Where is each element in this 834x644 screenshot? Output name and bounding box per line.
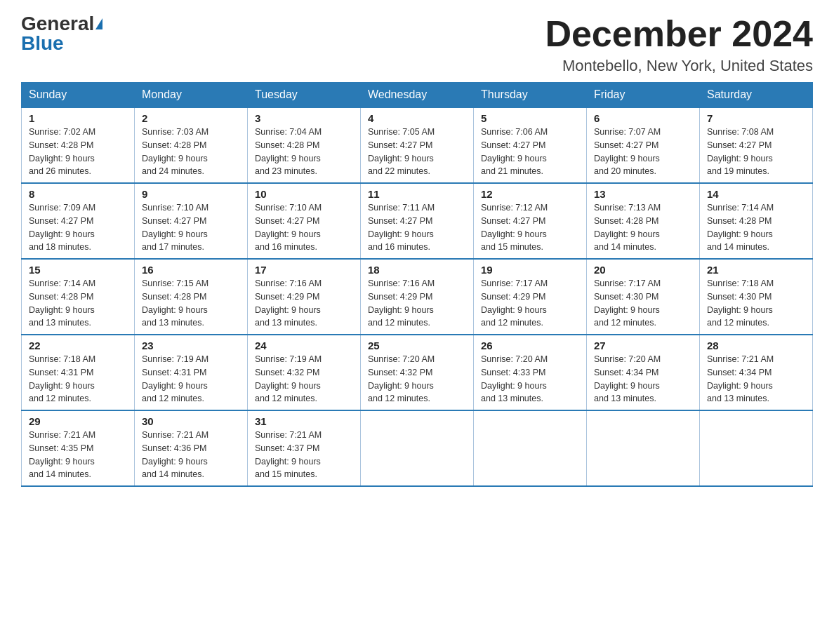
day-info: Sunrise: 7:15 AMSunset: 4:28 PMDaylight:… bbox=[142, 277, 240, 330]
calendar-cell: 10Sunrise: 7:10 AMSunset: 4:27 PMDayligh… bbox=[248, 183, 361, 259]
day-info: Sunrise: 7:06 AMSunset: 4:27 PMDaylight:… bbox=[481, 126, 579, 178]
calendar-cell: 31Sunrise: 7:21 AMSunset: 4:37 PMDayligh… bbox=[248, 410, 361, 486]
day-number: 29 bbox=[29, 415, 127, 427]
day-number: 17 bbox=[255, 264, 353, 276]
calendar-cell: 29Sunrise: 7:21 AMSunset: 4:35 PMDayligh… bbox=[22, 410, 135, 486]
day-info: Sunrise: 7:05 AMSunset: 4:27 PMDaylight:… bbox=[368, 126, 466, 178]
calendar-cell bbox=[474, 410, 587, 486]
day-info: Sunrise: 7:16 AMSunset: 4:29 PMDaylight:… bbox=[368, 277, 466, 330]
day-number: 14 bbox=[707, 188, 805, 200]
logo-triangle-icon bbox=[95, 18, 102, 29]
calendar-cell: 11Sunrise: 7:11 AMSunset: 4:27 PMDayligh… bbox=[361, 183, 474, 259]
calendar-cell: 19Sunrise: 7:17 AMSunset: 4:29 PMDayligh… bbox=[474, 259, 587, 335]
calendar-table: SundayMondayTuesdayWednesdayThursdayFrid… bbox=[21, 82, 813, 487]
day-info: Sunrise: 7:09 AMSunset: 4:27 PMDaylight:… bbox=[29, 201, 127, 254]
weekday-header-thursday: Thursday bbox=[474, 83, 587, 108]
day-info: Sunrise: 7:20 AMSunset: 4:33 PMDaylight:… bbox=[481, 353, 579, 405]
calendar-cell: 26Sunrise: 7:20 AMSunset: 4:33 PMDayligh… bbox=[474, 335, 587, 410]
day-info: Sunrise: 7:07 AMSunset: 4:27 PMDaylight:… bbox=[594, 126, 692, 178]
weekday-header-saturday: Saturday bbox=[700, 83, 813, 108]
calendar-cell: 1Sunrise: 7:02 AMSunset: 4:28 PMDaylight… bbox=[22, 107, 135, 183]
day-info: Sunrise: 7:20 AMSunset: 4:34 PMDaylight:… bbox=[594, 353, 692, 405]
weekday-header-sunday: Sunday bbox=[22, 83, 135, 108]
calendar-cell: 22Sunrise: 7:18 AMSunset: 4:31 PMDayligh… bbox=[22, 335, 135, 410]
day-info: Sunrise: 7:20 AMSunset: 4:32 PMDaylight:… bbox=[368, 353, 466, 405]
calendar-cell: 14Sunrise: 7:14 AMSunset: 4:28 PMDayligh… bbox=[700, 183, 813, 259]
weekday-header-row: SundayMondayTuesdayWednesdayThursdayFrid… bbox=[22, 83, 813, 108]
day-info: Sunrise: 7:02 AMSunset: 4:28 PMDaylight:… bbox=[29, 126, 127, 178]
day-info: Sunrise: 7:14 AMSunset: 4:28 PMDaylight:… bbox=[707, 201, 805, 254]
day-number: 28 bbox=[707, 340, 805, 351]
week-row-1: 1Sunrise: 7:02 AMSunset: 4:28 PMDaylight… bbox=[22, 107, 813, 183]
day-number: 13 bbox=[594, 188, 692, 200]
day-info: Sunrise: 7:21 AMSunset: 4:36 PMDaylight:… bbox=[142, 429, 240, 481]
day-number: 6 bbox=[594, 112, 692, 124]
week-row-4: 22Sunrise: 7:18 AMSunset: 4:31 PMDayligh… bbox=[22, 335, 813, 410]
day-info: Sunrise: 7:14 AMSunset: 4:28 PMDaylight:… bbox=[29, 277, 127, 330]
calendar-cell: 30Sunrise: 7:21 AMSunset: 4:36 PMDayligh… bbox=[135, 410, 248, 486]
calendar-cell: 3Sunrise: 7:04 AMSunset: 4:28 PMDaylight… bbox=[248, 107, 361, 183]
logo: General Blue bbox=[21, 14, 102, 53]
week-row-5: 29Sunrise: 7:21 AMSunset: 4:35 PMDayligh… bbox=[22, 410, 813, 486]
day-info: Sunrise: 7:10 AMSunset: 4:27 PMDaylight:… bbox=[255, 201, 353, 254]
day-number: 21 bbox=[707, 264, 805, 276]
day-info: Sunrise: 7:18 AMSunset: 4:31 PMDaylight:… bbox=[29, 353, 127, 405]
title-block: December 2024 Montebello, New York, Unit… bbox=[545, 14, 813, 75]
calendar-cell: 4Sunrise: 7:05 AMSunset: 4:27 PMDaylight… bbox=[361, 107, 474, 183]
page-header: General Blue December 2024 Montebello, N… bbox=[21, 14, 813, 75]
calendar-cell: 8Sunrise: 7:09 AMSunset: 4:27 PMDaylight… bbox=[22, 183, 135, 259]
calendar-cell: 5Sunrise: 7:06 AMSunset: 4:27 PMDaylight… bbox=[474, 107, 587, 183]
day-number: 10 bbox=[255, 188, 353, 200]
day-number: 30 bbox=[142, 415, 240, 427]
day-number: 15 bbox=[29, 264, 127, 276]
calendar-cell: 16Sunrise: 7:15 AMSunset: 4:28 PMDayligh… bbox=[135, 259, 248, 335]
day-info: Sunrise: 7:21 AMSunset: 4:37 PMDaylight:… bbox=[255, 429, 353, 481]
day-number: 8 bbox=[29, 188, 127, 200]
weekday-header-tuesday: Tuesday bbox=[248, 83, 361, 108]
calendar-cell: 17Sunrise: 7:16 AMSunset: 4:29 PMDayligh… bbox=[248, 259, 361, 335]
calendar-cell: 27Sunrise: 7:20 AMSunset: 4:34 PMDayligh… bbox=[587, 335, 700, 410]
day-info: Sunrise: 7:18 AMSunset: 4:30 PMDaylight:… bbox=[707, 277, 805, 330]
calendar-cell: 12Sunrise: 7:12 AMSunset: 4:27 PMDayligh… bbox=[474, 183, 587, 259]
calendar-cell: 28Sunrise: 7:21 AMSunset: 4:34 PMDayligh… bbox=[700, 335, 813, 410]
day-number: 26 bbox=[481, 340, 579, 351]
calendar-cell: 18Sunrise: 7:16 AMSunset: 4:29 PMDayligh… bbox=[361, 259, 474, 335]
day-number: 7 bbox=[707, 112, 805, 124]
day-number: 24 bbox=[255, 340, 353, 351]
day-info: Sunrise: 7:08 AMSunset: 4:27 PMDaylight:… bbox=[707, 126, 805, 178]
day-info: Sunrise: 7:17 AMSunset: 4:30 PMDaylight:… bbox=[594, 277, 692, 330]
day-info: Sunrise: 7:21 AMSunset: 4:34 PMDaylight:… bbox=[707, 353, 805, 405]
weekday-header-monday: Monday bbox=[135, 83, 248, 108]
week-row-3: 15Sunrise: 7:14 AMSunset: 4:28 PMDayligh… bbox=[22, 259, 813, 335]
weekday-header-friday: Friday bbox=[587, 83, 700, 108]
calendar-cell bbox=[587, 410, 700, 486]
day-number: 18 bbox=[368, 264, 466, 276]
weekday-header-wednesday: Wednesday bbox=[361, 83, 474, 108]
week-row-2: 8Sunrise: 7:09 AMSunset: 4:27 PMDaylight… bbox=[22, 183, 813, 259]
calendar-cell bbox=[700, 410, 813, 486]
day-number: 2 bbox=[142, 112, 240, 124]
day-info: Sunrise: 7:21 AMSunset: 4:35 PMDaylight:… bbox=[29, 429, 127, 481]
calendar-cell: 24Sunrise: 7:19 AMSunset: 4:32 PMDayligh… bbox=[248, 335, 361, 410]
day-number: 16 bbox=[142, 264, 240, 276]
calendar-cell: 2Sunrise: 7:03 AMSunset: 4:28 PMDaylight… bbox=[135, 107, 248, 183]
day-info: Sunrise: 7:03 AMSunset: 4:28 PMDaylight:… bbox=[142, 126, 240, 178]
calendar-cell: 13Sunrise: 7:13 AMSunset: 4:28 PMDayligh… bbox=[587, 183, 700, 259]
day-number: 23 bbox=[142, 340, 240, 351]
day-number: 1 bbox=[29, 112, 127, 124]
calendar-cell: 9Sunrise: 7:10 AMSunset: 4:27 PMDaylight… bbox=[135, 183, 248, 259]
calendar-cell: 15Sunrise: 7:14 AMSunset: 4:28 PMDayligh… bbox=[22, 259, 135, 335]
day-number: 5 bbox=[481, 112, 579, 124]
day-number: 3 bbox=[255, 112, 353, 124]
logo-blue-text: Blue bbox=[21, 32, 64, 54]
day-number: 27 bbox=[594, 340, 692, 351]
day-info: Sunrise: 7:19 AMSunset: 4:31 PMDaylight:… bbox=[142, 353, 240, 405]
logo-general-text: General bbox=[21, 14, 94, 34]
day-info: Sunrise: 7:10 AMSunset: 4:27 PMDaylight:… bbox=[142, 201, 240, 254]
day-info: Sunrise: 7:19 AMSunset: 4:32 PMDaylight:… bbox=[255, 353, 353, 405]
day-number: 22 bbox=[29, 340, 127, 351]
day-info: Sunrise: 7:16 AMSunset: 4:29 PMDaylight:… bbox=[255, 277, 353, 330]
month-title: December 2024 bbox=[545, 14, 813, 54]
calendar-cell: 6Sunrise: 7:07 AMSunset: 4:27 PMDaylight… bbox=[587, 107, 700, 183]
location-title: Montebello, New York, United States bbox=[545, 57, 813, 75]
